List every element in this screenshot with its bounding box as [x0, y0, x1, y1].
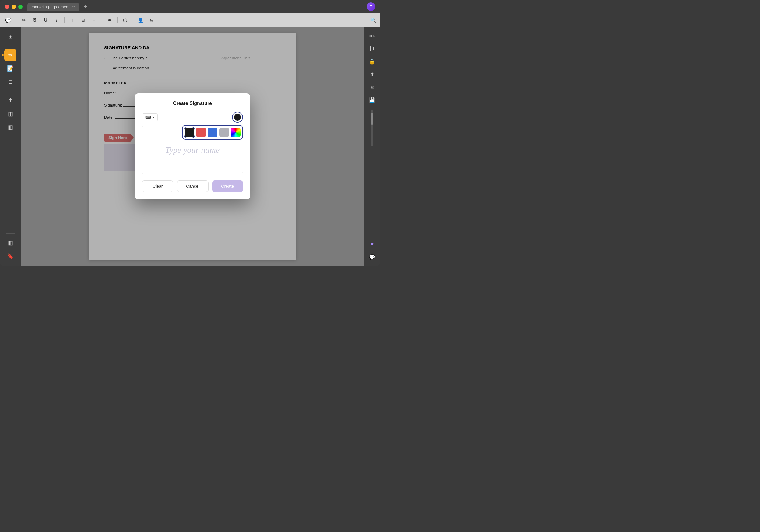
sidebar-edit-button[interactable]: ✏: [4, 49, 17, 61]
color-dropdown: [182, 125, 243, 140]
maximize-button[interactable]: [18, 5, 23, 9]
current-color-dot: [234, 114, 241, 120]
tab-marketing-agreement[interactable]: marketing-agreement ✏: [27, 3, 79, 11]
text-bold-button[interactable]: T: [68, 16, 77, 25]
modal-buttons: Clear Cancel Create: [142, 181, 243, 192]
modal-top-row: ⌨ ▾: [142, 112, 243, 123]
strikethrough-button[interactable]: S: [30, 16, 39, 25]
left-sidebar: ⊞ ✏ 📝 ⊟ ⬆ ◫ ◧ ◧ 🔖: [0, 27, 21, 266]
stamp-button[interactable]: ⊕: [147, 16, 156, 25]
underline-button[interactable]: U: [41, 16, 50, 25]
divider2: [64, 17, 65, 23]
sidebar-layers-button[interactable]: ◧: [4, 237, 17, 249]
signature-placeholder: Type your name: [165, 145, 219, 155]
color-red-swatch[interactable]: [196, 127, 206, 137]
edit-icon: ✏: [8, 52, 13, 59]
sidebar-thumbnail-button[interactable]: ⊞: [4, 30, 17, 43]
list-button[interactable]: ≡: [89, 16, 99, 25]
ocr-button[interactable]: OCR: [367, 30, 378, 41]
doc-area: SIGNATURE AND DA - The Parties hereby a …: [21, 27, 364, 266]
save-button[interactable]: 💾: [367, 94, 378, 105]
scrollbar-thumb[interactable]: [371, 112, 373, 125]
modal-title: Create Signature: [142, 101, 243, 106]
image-button[interactable]: 🖼: [367, 43, 378, 54]
create-signature-modal: Create Signature ⌨ ▾: [135, 93, 250, 200]
pen-button[interactable]: ✒: [105, 16, 114, 25]
clear-button[interactable]: Clear: [142, 181, 173, 192]
minimize-button[interactable]: [12, 5, 16, 9]
color-blue-swatch[interactable]: [208, 127, 217, 137]
text-box-button[interactable]: ⊟: [78, 16, 88, 25]
divider: [16, 17, 16, 23]
scrollbar-track[interactable]: [371, 110, 373, 146]
color-gray-swatch[interactable]: [219, 127, 229, 137]
text-button[interactable]: T: [52, 16, 61, 25]
comment-button[interactable]: 💬: [4, 16, 13, 25]
close-button[interactable]: [5, 5, 9, 9]
share-button[interactable]: ⬆: [367, 69, 378, 80]
sidebar-comments-button[interactable]: 📝: [4, 63, 17, 74]
right-sidebar-bottom: ✦ 💬: [367, 239, 378, 262]
divider3: [102, 17, 102, 23]
shape-button[interactable]: ⬡: [120, 16, 130, 25]
divider5: [133, 17, 133, 23]
traffic-lights: [5, 5, 23, 9]
color-black-swatch[interactable]: [184, 127, 194, 137]
modal-overlay: Create Signature ⌨ ▾: [21, 27, 364, 266]
avatar: T: [367, 2, 375, 11]
ai-button[interactable]: ✦: [367, 239, 378, 249]
sidebar-bookmark-button[interactable]: 🔖: [4, 250, 17, 262]
right-sidebar: OCR 🖼 🔒 ⬆ ✉ 💾 ✦ 💬: [364, 27, 380, 266]
color-rainbow-swatch[interactable]: [231, 127, 241, 137]
sidebar-bottom: ◧ 🔖: [4, 232, 17, 262]
toolbar: 💬 ✏ S U T T ⊟ ≡ ✒ ⬡ 👤 ⊕ 🔍: [0, 13, 380, 27]
dropdown-arrow: ▾: [152, 115, 154, 120]
cancel-button[interactable]: Cancel: [177, 181, 208, 192]
sidebar-stamp-button[interactable]: ◫: [4, 108, 17, 120]
divider4: [117, 17, 118, 23]
create-button[interactable]: Create: [212, 181, 243, 192]
chat-button[interactable]: 💬: [367, 251, 378, 262]
titlebar: marketing-agreement ✏ + T: [0, 0, 380, 13]
edit-icon: ✏: [72, 5, 75, 9]
lock-button[interactable]: 🔒: [367, 56, 378, 67]
keyboard-type-button[interactable]: ⌨ ▾: [142, 113, 158, 121]
sidebar-secure-button[interactable]: ◧: [4, 121, 17, 133]
mail-button[interactable]: ✉: [367, 82, 378, 93]
person-button[interactable]: 👤: [136, 16, 145, 25]
search-button[interactable]: 🔍: [370, 17, 376, 23]
sidebar-pages-button[interactable]: ⊟: [4, 76, 17, 88]
highlight-button[interactable]: ✏: [19, 16, 28, 25]
tab-area: marketing-agreement ✏ +: [27, 2, 89, 11]
tab-label: marketing-agreement: [32, 5, 70, 9]
sidebar-divider2: [6, 91, 15, 91]
color-picker-wrapper: [232, 112, 243, 123]
color-picker-button[interactable]: [232, 112, 243, 123]
new-tab-button[interactable]: +: [82, 2, 90, 11]
app-window: marketing-agreement ✏ + T 💬 ✏ S U T T ⊟ …: [0, 0, 380, 266]
keyboard-icon: ⌨: [145, 115, 151, 120]
sidebar-export-button[interactable]: ⬆: [4, 94, 17, 107]
active-indicator: [2, 54, 4, 56]
sidebar-divider: [6, 46, 15, 46]
content-area: ⊞ ✏ 📝 ⊟ ⬆ ◫ ◧ ◧ 🔖 SIGNATURE AND DA: [0, 27, 380, 266]
